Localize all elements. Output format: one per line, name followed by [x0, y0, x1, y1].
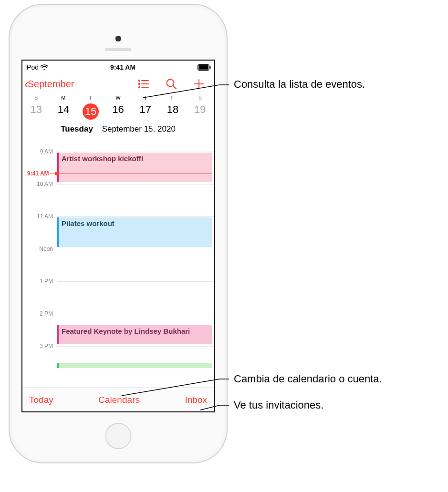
- callout-list: Consulta la lista de eventos.: [234, 78, 365, 91]
- callout-calendars: Cambia de calendario o cuenta.: [234, 373, 382, 385]
- callout-inbox: Ve tus invitaciones.: [234, 399, 323, 411]
